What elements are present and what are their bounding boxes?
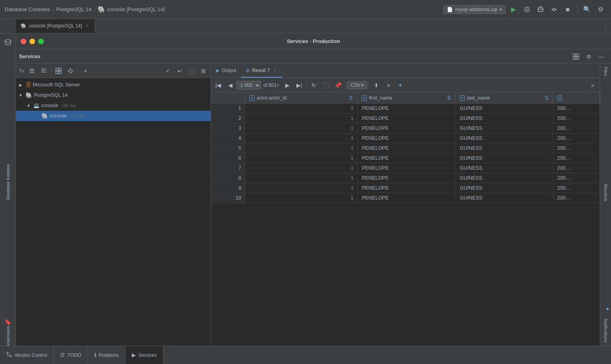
th-actor-id[interactable]: # actor.actor_id ⇅ xyxy=(245,92,358,104)
table-row[interactable]: 1 1 PENELOPE GUINESS 200… xyxy=(211,104,600,114)
window-maximize-button[interactable] xyxy=(38,39,44,44)
output-tab[interactable]: ▶ Output xyxy=(211,64,241,78)
prev-page-btn[interactable]: ◀ xyxy=(225,80,236,91)
services-view-btn[interactable] xyxy=(571,52,581,61)
sort-first-name[interactable]: ⇅ xyxy=(447,95,451,101)
sort-last-name[interactable]: ⇅ xyxy=(544,95,549,101)
stop-result-btn[interactable]: ⬛ xyxy=(320,80,331,91)
problems-item[interactable]: ℹ Problems xyxy=(88,346,126,364)
table-row[interactable]: 8 1 PENELOPE GUINESS 200… xyxy=(211,173,600,183)
csv-export-btn[interactable]: CSV ▾ xyxy=(347,81,367,89)
panel-btn[interactable]: ⊞ xyxy=(198,65,209,76)
services-item[interactable]: ▶ Services xyxy=(125,346,163,364)
breadcrumb-item2[interactable]: PostgreSQL 14 xyxy=(56,6,91,12)
first-page-btn[interactable]: |◀ xyxy=(213,80,224,91)
structure-label[interactable]: Structure xyxy=(603,180,609,205)
console1-time: 191 ms xyxy=(61,103,76,108)
grid-view-btn[interactable] xyxy=(53,65,64,76)
cell-extra: 200… xyxy=(553,153,600,163)
toolbar-separator2 xyxy=(78,67,78,75)
cell-last-name: GUINESS xyxy=(456,104,553,114)
stop-button[interactable]: ■ xyxy=(562,4,573,15)
todo-item[interactable]: ☰ TODO xyxy=(54,346,88,364)
result7-tab-close[interactable]: × xyxy=(272,68,278,73)
tree-expand-console1[interactable]: ▼ xyxy=(25,102,32,109)
files-label[interactable]: Files xyxy=(603,64,609,79)
expand-result-btn[interactable]: ✦ xyxy=(395,80,406,91)
window-minimize-button[interactable] xyxy=(29,39,35,44)
notifications-label[interactable]: Notifications xyxy=(603,315,609,346)
refresh-btn[interactable]: ↻ xyxy=(308,80,319,91)
pin-result-btn[interactable]: 📌 xyxy=(332,80,343,91)
console-tab[interactable]: 🐘 console [PostgreSQL 14] × xyxy=(16,19,95,33)
next-page-btn[interactable]: ▶ xyxy=(282,80,293,91)
tab-close-button[interactable]: × xyxy=(84,23,90,29)
window-titlebar: Services - Production xyxy=(16,33,611,49)
search-button[interactable]: 🔍 xyxy=(582,4,593,15)
page-range-select[interactable]: 1-500 xyxy=(237,81,261,90)
tree-item-mssql[interactable]: ▶ 🗄 Microsoft SQL Server xyxy=(16,80,211,90)
tree-expand-mssql[interactable]: ▶ xyxy=(18,82,24,88)
tab-more-button[interactable]: ⋮ xyxy=(600,19,611,33)
collapse-all-btn[interactable] xyxy=(26,65,37,76)
problems-label: Problems xyxy=(99,352,119,358)
tree-item-console2[interactable]: 🐘 console 191 ms xyxy=(16,111,211,121)
check-btn[interactable]: ✓ xyxy=(162,65,173,76)
table-row[interactable]: 9 1 PENELOPE GUINESS 200… xyxy=(211,183,600,193)
tree-item-pg14[interactable]: ▼ 🐘 PostgreSQL 14 xyxy=(16,90,211,100)
th-extra[interactable]: # xyxy=(553,92,600,104)
breadcrumb-item3[interactable]: console [PostgreSQL 14] xyxy=(107,6,164,12)
settings-button[interactable]: ⚙ xyxy=(595,4,606,15)
run-button[interactable]: ▶ xyxy=(508,4,519,15)
tree-expand-pg14[interactable]: ▼ xyxy=(18,92,24,98)
expand-all-btn[interactable] xyxy=(38,65,49,76)
csv-dropdown[interactable]: ▾ xyxy=(361,82,364,88)
profile-button[interactable] xyxy=(521,4,533,15)
result-sep1 xyxy=(306,81,307,89)
commit-button[interactable] xyxy=(548,4,560,15)
services-collapse-btn[interactable]: — xyxy=(597,52,606,61)
cell-last-name: GUINESS xyxy=(456,153,553,163)
page-total: of 501+ xyxy=(262,82,281,88)
table-row[interactable]: 7 1 PENELOPE GUINESS 200… xyxy=(211,163,600,173)
sidebar-icon-bookmarks-label[interactable]: Bookmarks xyxy=(1,330,15,344)
tree-item-console1[interactable]: ▼ 💻 console 191 ms xyxy=(16,100,211,111)
cell-actor-id: 1 xyxy=(245,163,358,173)
version-control-item[interactable]: Version Control xyxy=(0,346,54,364)
sql-file-selector[interactable]: 📄 mysql-additional.sql ▾ xyxy=(443,5,505,14)
table-row[interactable]: 6 1 PENELOPE GUINESS 200… xyxy=(211,153,600,163)
table-row[interactable]: 2 1 PENELOPE GUINESS 200… xyxy=(211,114,600,123)
breadcrumb-item1[interactable]: Database Consoles xyxy=(5,6,50,12)
filter-btn[interactable]: ≡ xyxy=(383,80,394,91)
db-explorer-label[interactable]: Database Explorer xyxy=(4,160,12,203)
th-last-name[interactable]: # last_name ⇅ xyxy=(456,92,553,104)
more-btn[interactable]: » xyxy=(587,80,598,91)
stop-small-btn[interactable]: ⬛ xyxy=(186,65,197,76)
services-status-label: Services xyxy=(138,352,157,358)
sort-actor-id[interactable]: ⇅ xyxy=(349,95,353,101)
table-row[interactable]: 10 1 PENELOPE GUINESS 200… xyxy=(211,193,600,203)
result7-tab[interactable]: ⊞ Result 7 × xyxy=(241,64,282,78)
window-close-button[interactable] xyxy=(21,39,26,44)
last-page-btn[interactable]: ▶| xyxy=(294,80,305,91)
mssql-icon: 🗄 xyxy=(25,82,31,88)
table-row[interactable]: 3 1 PENELOPE GUINESS 200… xyxy=(211,123,600,133)
debug-button[interactable] xyxy=(535,4,546,15)
cell-extra: 200… xyxy=(553,193,600,203)
col-label-actor-id: actor.actor_id xyxy=(257,95,287,101)
services-settings-btn[interactable]: ⚙ xyxy=(584,52,593,61)
pin-btn[interactable] xyxy=(65,65,76,76)
undo-btn[interactable]: ↩ xyxy=(174,65,185,76)
th-first-name[interactable]: # first_name ⇅ xyxy=(358,92,456,104)
add-btn[interactable]: + xyxy=(80,65,91,76)
breadcrumb-active: 🐘 console [PostgreSQL 14] xyxy=(98,6,164,13)
svg-rect-19 xyxy=(59,68,61,70)
download-btn[interactable]: ⬇ xyxy=(371,80,382,91)
sidebar-icon-db[interactable] xyxy=(1,35,15,49)
cell-first-name: PENELOPE xyxy=(358,123,456,133)
table-row[interactable]: 5 1 PENELOPE GUINESS 200… xyxy=(211,143,600,153)
cell-last-name: GUINESS xyxy=(456,173,553,183)
cell-first-name: PENELOPE xyxy=(358,143,456,153)
table-row[interactable]: 4 1 PENELOPE GUINESS 200… xyxy=(211,133,600,143)
cell-actor-id: 1 xyxy=(245,114,358,123)
